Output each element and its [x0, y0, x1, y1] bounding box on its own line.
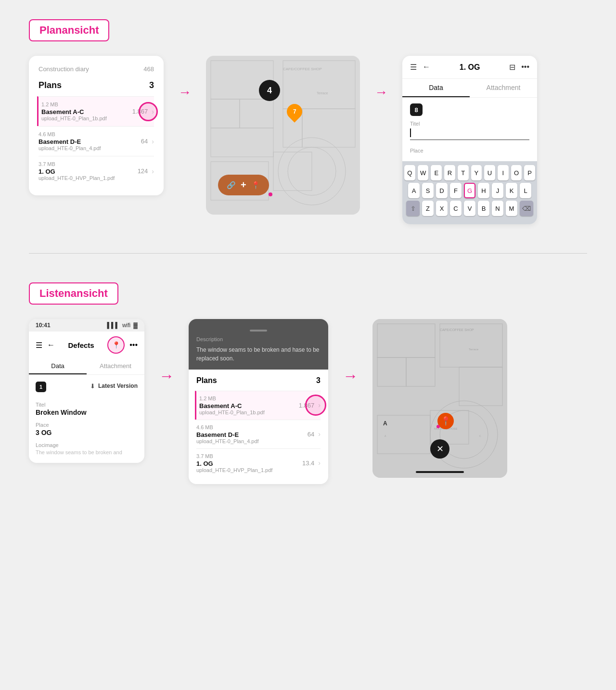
key-Y[interactable]: Y	[471, 165, 482, 180]
back-arrow-defect[interactable]: ←	[47, 341, 55, 349]
form-body: 8 Titel Place	[402, 98, 537, 161]
desc-text-container: Description The window seams to be broke…	[196, 335, 321, 363]
tab-attachment[interactable]: Attachment	[470, 79, 537, 97]
plan-list-filename-0: upload_HTE-0_Plan_1b.pdf	[199, 409, 265, 415]
key-X[interactable]: X	[436, 201, 448, 216]
map-toolbar: 🔗 + 📍	[218, 175, 269, 195]
key-F[interactable]: F	[450, 183, 462, 198]
plan-list-section-row: Plans 3	[196, 376, 321, 385]
plan-list-right-1: 64 ›	[308, 430, 321, 438]
label-A: A	[383, 420, 387, 427]
form-badge: 8	[410, 103, 423, 116]
key-row-2: A S D F G H J K L	[404, 183, 535, 198]
chevron-list-2: ›	[318, 459, 321, 467]
key-shift[interactable]: ⇧	[406, 201, 420, 216]
pin-icon: 📍	[112, 341, 120, 349]
plan-item-2[interactable]: 3.7 MB 1. OG upload_HTE-0_HVP_Plan_1.pdf…	[38, 156, 154, 186]
key-G[interactable]: G	[464, 183, 475, 198]
key-R[interactable]: R	[444, 165, 455, 180]
battery-icon: ▓	[133, 322, 138, 329]
key-row-3: ⇧ Z X C V B N M ⌫	[404, 201, 535, 216]
key-K[interactable]: K	[506, 183, 517, 198]
field-value-desc: The window seams to be broken and	[36, 449, 138, 456]
svg-text:C: C	[479, 434, 481, 437]
field-value-titel: Broken Window	[36, 409, 138, 416]
defect-tab-data[interactable]: Data	[29, 358, 87, 374]
location-icon: 📍	[251, 181, 260, 190]
back-arrow-icon[interactable]: ←	[423, 63, 430, 72]
key-B[interactable]: B	[478, 201, 489, 216]
key-P[interactable]: P	[524, 165, 535, 180]
field-label-place: Place	[36, 422, 138, 428]
key-N[interactable]: N	[492, 201, 503, 216]
form-keyboard-card: ☰ ← 1. OG ⊟ ••• Data Attachment 8 Titel	[402, 56, 537, 224]
defect-version-row: ⬇ Latest Version	[90, 383, 138, 390]
pin-circle-button[interactable]: 📍	[107, 336, 125, 354]
plan-list-desc: Description The window seams to be broke…	[189, 319, 328, 370]
defect-tab-attachment[interactable]: Attachment	[87, 358, 144, 374]
plans-count: 3	[149, 80, 154, 90]
arrow-3: →	[159, 319, 174, 385]
key-V[interactable]: V	[464, 201, 475, 216]
map-card-bottom: CAFE/COFFEE SHOP Terrace MULTI PURPOSE A…	[372, 319, 507, 478]
key-T[interactable]: T	[458, 165, 469, 180]
plan-list-body: Plans 3 1.2 MB Basement A-C upload_HTE-0…	[189, 370, 328, 484]
plan-item-right-2: 124 ›	[138, 167, 154, 175]
key-Z[interactable]: Z	[422, 201, 434, 216]
key-D[interactable]: D	[436, 183, 448, 198]
defect-form-body: 1 ⬇ Latest Version Titel Broken Window P…	[29, 375, 144, 463]
filter-icon[interactable]: ⊟	[509, 63, 515, 72]
field-label-titel: Titel	[36, 402, 138, 408]
map-card-top: CAFE/COFFEE SHOP Terrace 4 7 🔗 + 📍	[206, 56, 360, 215]
red-dot-bottom	[436, 425, 440, 428]
key-J[interactable]: J	[492, 183, 503, 198]
link-icon: 🔗	[227, 181, 236, 190]
plan-list-section-count: 3	[316, 376, 321, 385]
plan-list-item-2[interactable]: 3.7 MB 1. OG upload_HTE-0_HVP_Plan_1.pdf…	[196, 448, 321, 477]
desc-label: Description	[196, 335, 321, 344]
key-I[interactable]: I	[498, 165, 509, 180]
key-M[interactable]: M	[506, 201, 517, 216]
hamburger-icon[interactable]: ☰	[410, 63, 417, 72]
desc-handle	[250, 330, 267, 332]
more-icon-defect[interactable]: •••	[129, 341, 138, 349]
plan-list-right-2: 13.4 ›	[302, 459, 321, 467]
key-A[interactable]: A	[408, 183, 420, 198]
field-value-place: 3 OG	[36, 429, 138, 436]
plan-list-item-0[interactable]: 1.2 MB Basement A-C upload_HTE-0_Plan_1b…	[195, 391, 321, 420]
defect-nav-title: Defects	[68, 341, 94, 349]
plan-size-2: 3.7 MB	[38, 161, 115, 167]
form-input-titel[interactable]	[410, 128, 529, 140]
map-marker-4: 4	[259, 80, 280, 101]
plan-list-count-1: 64	[308, 431, 314, 438]
desc-text: The window seams to be broken and hase t…	[196, 345, 321, 363]
key-U[interactable]: U	[484, 165, 495, 180]
version-label: Latest Version	[98, 383, 138, 389]
key-delete[interactable]: ⌫	[520, 201, 533, 216]
toolbar-pill[interactable]: 🔗 + 📍	[218, 175, 269, 195]
nav-icons-left: ☰ ←	[36, 341, 55, 350]
plan-filename-0: upload_HTE-0_Plan_1b.pdf	[41, 115, 107, 121]
key-L[interactable]: L	[520, 183, 531, 198]
key-Q[interactable]: Q	[404, 165, 415, 180]
listenansicht-label: Listenansicht	[29, 282, 118, 305]
key-E[interactable]: E	[431, 165, 442, 180]
hamburger-icon-defect[interactable]: ☰	[36, 341, 42, 350]
key-S[interactable]: S	[422, 183, 434, 198]
tab-data[interactable]: Data	[402, 79, 470, 97]
more-icon[interactable]: •••	[521, 63, 529, 72]
plan-size-1: 4.6 MB	[38, 131, 101, 137]
plan-list-item-1[interactable]: 4.6 MB Basement D-E upload_HTE-0_Plan_4.…	[196, 420, 321, 448]
plan-item-1[interactable]: 4.6 MB Basement D-E upload_HTE-0_Plan_4.…	[38, 126, 154, 156]
key-O[interactable]: O	[511, 165, 522, 180]
key-W[interactable]: W	[418, 165, 429, 180]
listenansicht-card-row: 10:41 ▌▌▌ wifi ▓ ☰ ← Defects 📍	[29, 319, 587, 484]
close-button[interactable]: ✕	[430, 439, 449, 459]
key-H[interactable]: H	[478, 183, 489, 198]
plan-list-size-0: 1.2 MB	[199, 396, 265, 401]
plus-icon: +	[241, 179, 246, 191]
plan-filename-1: upload_HTE-0_Plan_4.pdf	[38, 145, 101, 151]
plan-item-0[interactable]: 1.2 MB Basement A-C upload_HTE-0_Plan_1b…	[37, 96, 154, 126]
plan-list-left-0: 1.2 MB Basement A-C upload_HTE-0_Plan_1b…	[199, 396, 265, 415]
key-C[interactable]: C	[450, 201, 462, 216]
